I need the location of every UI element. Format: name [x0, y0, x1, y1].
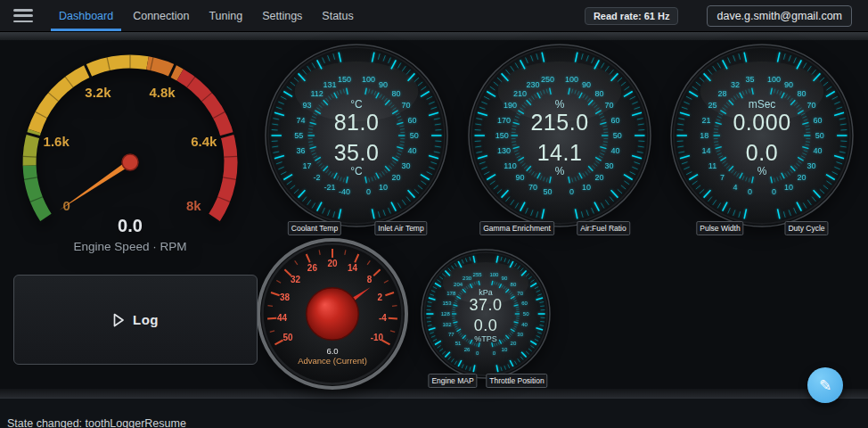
gauge-label-coolant-temp: Coolant Temp	[288, 221, 341, 235]
status-message: State changed: toothLoggerResume	[7, 417, 186, 428]
svg-text:25: 25	[708, 101, 717, 110]
svg-text:74: 74	[296, 116, 305, 125]
svg-text:102: 102	[442, 322, 452, 327]
svg-text:Advance (Current): Advance (Current)	[298, 356, 367, 366]
gauge-label-duty-cycle: Duty Cycle	[784, 221, 828, 235]
svg-text:4: 4	[733, 183, 737, 192]
svg-text:210: 210	[513, 89, 527, 98]
svg-text:40: 40	[521, 322, 528, 327]
svg-text:255: 255	[473, 272, 483, 277]
read-rate-badge: Read rate: 61 Hz	[585, 7, 679, 25]
gamma-afr-gauge: 2502302101901701501301109070501009080706…	[468, 44, 651, 227]
svg-text:50: 50	[410, 131, 419, 140]
svg-text:21: 21	[701, 116, 710, 125]
gauge-label-air-fuel-ratio: Air:Fuel Ratio	[577, 221, 630, 235]
svg-text:0: 0	[748, 187, 752, 196]
svg-text:38: 38	[280, 292, 291, 302]
svg-text:%: %	[555, 165, 565, 177]
svg-text:90: 90	[582, 80, 591, 89]
gauge-label-engine-map: Engine MAP	[428, 374, 477, 388]
svg-text:110: 110	[504, 161, 516, 170]
svg-text:20: 20	[594, 173, 603, 182]
svg-text:80: 80	[511, 282, 517, 287]
svg-text:%TPS: %TPS	[474, 334, 497, 343]
svg-text:50: 50	[523, 311, 529, 317]
svg-text:40: 40	[610, 146, 619, 155]
gauge-label-pulse-width: Pulse Width	[696, 221, 743, 235]
svg-text:%: %	[555, 98, 565, 111]
svg-text:70: 70	[807, 101, 815, 110]
svg-text:2: 2	[378, 292, 383, 302]
svg-text:°C: °C	[350, 98, 363, 111]
svg-text:17: 17	[302, 161, 311, 170]
svg-text:0.000: 0.000	[733, 110, 790, 135]
svg-text:70: 70	[517, 291, 523, 296]
svg-text:90: 90	[502, 276, 508, 281]
svg-text:230: 230	[463, 276, 472, 281]
svg-text:70: 70	[604, 101, 613, 110]
svg-text:18: 18	[700, 131, 708, 140]
svg-text:6.4k: 6.4k	[191, 134, 217, 149]
tab-dashboard[interactable]: Dashboard	[49, 0, 123, 31]
map-tps-gauge: 2552302041781531281027751260100908070605…	[421, 249, 551, 379]
gauge-label-inlet-air-temp: Inlet Air Temp	[374, 221, 427, 235]
svg-text:55: 55	[294, 131, 303, 140]
svg-text:37.0: 37.0	[469, 296, 502, 314]
svg-text:°C: °C	[350, 165, 363, 177]
svg-text:3.2k: 3.2k	[85, 85, 111, 100]
svg-text:130: 130	[497, 146, 511, 155]
svg-text:0: 0	[772, 187, 776, 196]
svg-text:35: 35	[745, 75, 754, 84]
svg-text:30: 30	[807, 161, 815, 170]
svg-text:70: 70	[401, 101, 410, 110]
account-email-field[interactable]: dave.g.smith@gmail.com	[707, 5, 852, 27]
svg-text:112: 112	[310, 89, 323, 98]
svg-text:70: 70	[528, 183, 537, 192]
svg-text:14: 14	[348, 263, 358, 273]
svg-text:100: 100	[362, 75, 375, 84]
pulsewidth-duty-gauge: 3532282521181411740100908070605040302010…	[670, 44, 854, 227]
svg-text:40: 40	[813, 146, 822, 155]
svg-text:14: 14	[701, 146, 710, 155]
svg-text:0: 0	[366, 187, 371, 196]
svg-text:0.0: 0.0	[746, 140, 778, 165]
tab-settings[interactable]: Settings	[252, 0, 312, 31]
svg-text:190: 190	[504, 101, 517, 110]
svg-text:215.0: 215.0	[530, 110, 588, 135]
svg-text:14.1: 14.1	[537, 140, 583, 165]
pencil-icon: ✎	[819, 378, 831, 393]
tab-connection[interactable]: Connection	[123, 0, 199, 31]
tab-tuning[interactable]: Tuning	[199, 0, 252, 31]
svg-text:131: 131	[323, 80, 336, 89]
svg-text:1.6k: 1.6k	[44, 134, 70, 149]
svg-text:204: 204	[454, 282, 463, 287]
svg-text:35.0: 35.0	[334, 140, 380, 165]
svg-text:11: 11	[708, 161, 717, 170]
svg-text:-10: -10	[371, 333, 384, 342]
svg-text:150: 150	[495, 131, 509, 140]
svg-text:20: 20	[391, 173, 400, 182]
svg-text:51: 51	[455, 341, 462, 346]
dashboard-panel: 01.6k3.2k4.8k6.4k8k0.0Engine Speed · RPM…	[0, 32, 868, 398]
svg-text:50: 50	[283, 333, 294, 342]
log-button[interactable]: Log	[13, 275, 258, 365]
svg-text:36: 36	[296, 146, 305, 155]
svg-text:8k: 8k	[186, 198, 201, 213]
svg-text:10: 10	[379, 183, 388, 192]
svg-text:-2: -2	[314, 173, 321, 182]
svg-text:30: 30	[401, 161, 410, 170]
svg-text:7: 7	[720, 173, 725, 182]
svg-text:80: 80	[797, 89, 806, 98]
svg-text:%: %	[757, 165, 767, 177]
log-button-label: Log	[133, 312, 159, 327]
top-nav: DashboardConnectionTuningSettingsStatus …	[0, 0, 868, 32]
edit-dashboard-fab[interactable]: ✎	[807, 367, 843, 403]
svg-text:178: 178	[446, 291, 456, 296]
tab-status[interactable]: Status	[312, 0, 363, 31]
menu-icon[interactable]	[13, 9, 33, 22]
svg-text:80: 80	[594, 89, 603, 98]
svg-text:90: 90	[516, 173, 525, 182]
svg-text:0.0: 0.0	[118, 216, 143, 235]
svg-text:0.0: 0.0	[474, 317, 498, 334]
svg-text:100: 100	[489, 272, 499, 277]
